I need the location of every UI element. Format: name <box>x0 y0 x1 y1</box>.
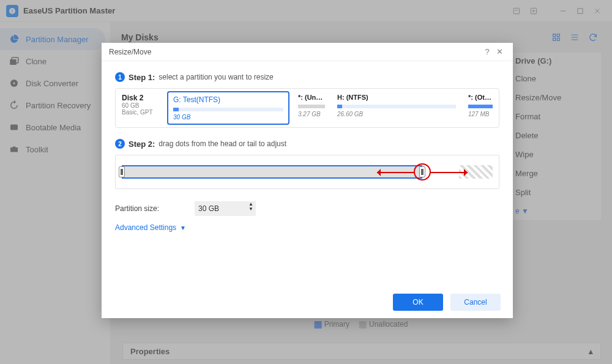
hint-arrow-right <box>431 172 468 173</box>
resize-slider[interactable] <box>115 155 499 189</box>
partition-h[interactable]: H: (NTFS) 26.60 GB <box>331 89 462 127</box>
step2-desc: drag dots from the head or tail to adjus… <box>159 139 286 148</box>
partition-other[interactable]: *: (Oth… 127 MB <box>462 89 499 127</box>
hint-arrow-left <box>377 172 414 173</box>
dialog-close-button[interactable]: ✕ <box>493 47 506 56</box>
step1-badge: 1 <box>115 72 125 82</box>
partition-g-test[interactable]: G: Test(NTFS) 30 GB <box>167 91 289 125</box>
partition-unallocated[interactable]: *: (Unallo… 3.27 GB <box>292 89 331 127</box>
resize-handle-right[interactable] <box>419 166 425 177</box>
dialog-title: Resize/Move <box>109 48 151 56</box>
chevron-down-icon: ▼ <box>180 225 186 231</box>
partition-size-label: Partition size: <box>115 204 195 213</box>
ok-button[interactable]: OK <box>393 294 443 311</box>
resize-handle-left[interactable] <box>119 166 125 177</box>
advanced-settings-toggle[interactable]: Advanced Settings ▼ <box>115 223 499 232</box>
partition-size-input[interactable]: 30 GB ▲▼ <box>195 201 256 216</box>
step1-desc: select a partition you want to resize <box>159 73 273 81</box>
help-icon[interactable]: ? <box>481 47 493 56</box>
step2-label: Step 2: <box>129 139 155 149</box>
step2-badge: 2 <box>115 139 125 149</box>
partition-picker: Disk 2 60 GB Basic, GPT G: Test(NTFS) 30… <box>115 88 499 128</box>
disk-info: Disk 2 60 GB Basic, GPT <box>116 89 165 127</box>
resize-move-dialog: Resize/Move ? ✕ 1 Step 1: select a parti… <box>102 43 513 318</box>
cancel-button[interactable]: Cancel <box>450 294 501 311</box>
stepper-arrows[interactable]: ▲▼ <box>248 202 253 212</box>
step1-label: Step 1: <box>129 73 155 82</box>
